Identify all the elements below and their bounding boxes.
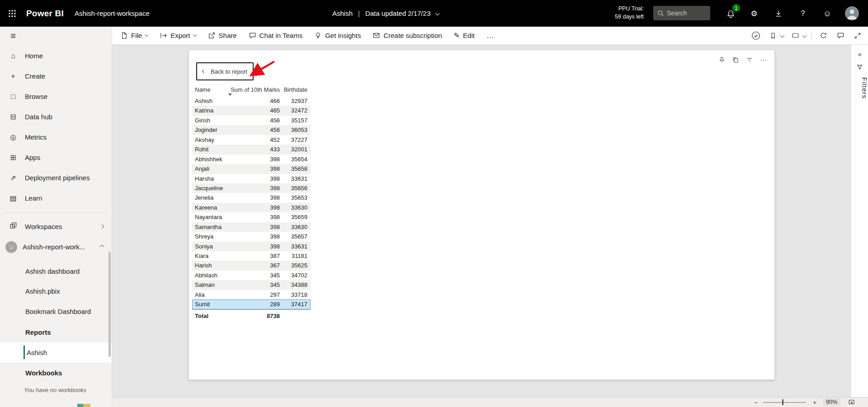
column-header-marks[interactable]: Sum of 10th Marks <box>229 84 280 96</box>
sync-icon[interactable] <box>750 30 762 42</box>
column-header-birthdate[interactable]: Birthdate <box>280 84 310 96</box>
hamburger-menu-icon[interactable]: ≡ <box>6 29 20 42</box>
fit-to-page-icon[interactable] <box>848 399 855 407</box>
bookmark-icon <box>767 30 779 42</box>
sidebar-item-report-ashish[interactable]: Ashish <box>0 342 112 362</box>
table-row[interactable]: Harish 367 35625 <box>192 261 311 270</box>
table-row[interactable]: Samantha 398 33630 <box>192 222 311 232</box>
workspace-child-item[interactable]: Ashish dashboard <box>0 261 112 281</box>
table-row[interactable]: Jenelia 398 35653 <box>192 193 311 202</box>
sidebar-item-current-workspace[interactable]: Ashish-report-work... <box>0 237 112 257</box>
account-avatar[interactable] <box>845 6 859 20</box>
table-row[interactable]: Joginder 456 36053 <box>192 125 311 135</box>
cell-marks: 452 <box>229 135 280 145</box>
sidebar-item[interactable]: ⊟ Data hub <box>0 107 112 127</box>
sidebar-item[interactable]: ⇗ Deployment pipelines <box>0 168 112 188</box>
sidebar-item[interactable]: ⌂ Home <box>0 46 112 66</box>
cell-birthdate: 35658 <box>280 164 310 173</box>
get-insights-button[interactable]: Get insights <box>314 32 361 39</box>
topbar-workspace-name[interactable]: Ashish-report-workspace <box>75 9 150 17</box>
file-menu-button[interactable]: File <box>120 32 148 39</box>
cell-birthdate: 31181 <box>280 251 310 261</box>
table-row[interactable]: Jacqueline 398 35656 <box>192 183 311 193</box>
feedback-smiley-icon[interactable]: ☺ <box>821 7 834 20</box>
powerbi-brand[interactable]: Power BI <box>26 9 64 19</box>
pin-visual-icon[interactable] <box>718 56 725 64</box>
zoom-in-button[interactable]: + <box>811 398 818 407</box>
zoom-level-value[interactable]: 90% <box>823 398 840 406</box>
table-row[interactable]: Ashish 466 32937 <box>192 96 311 106</box>
filter-visual-icon[interactable] <box>746 56 753 64</box>
table-row[interactable]: Alia 297 33718 <box>192 290 311 299</box>
copy-visual-icon[interactable] <box>732 56 739 64</box>
column-header-name[interactable]: Name <box>192 84 229 96</box>
topbar-report-title: Ashish <box>332 9 353 17</box>
bookmarks-control[interactable] <box>767 30 784 42</box>
table-row[interactable]: Sumit 289 37417 <box>192 299 311 309</box>
back-to-report-button[interactable]: Back to report <box>196 62 254 80</box>
cell-birthdate: 34702 <box>280 271 310 280</box>
table-row[interactable]: Akshay 452 37227 <box>192 135 311 145</box>
search-input[interactable] <box>667 9 706 17</box>
zoom-out-button[interactable]: − <box>752 398 760 407</box>
settings-gear-icon[interactable]: ⚙ <box>747 7 761 20</box>
zoom-slider-track[interactable] <box>763 402 806 403</box>
workspace-child-item[interactable]: Bookmark Dashboard <box>0 301 112 322</box>
share-icon <box>208 32 216 39</box>
sidebar-item[interactable]: + Create <box>0 66 112 86</box>
visual-more-options-icon[interactable]: ⋯ <box>760 56 767 64</box>
table-row[interactable]: Rohit 433 32001 <box>192 145 311 154</box>
help-icon[interactable]: ? <box>796 7 810 20</box>
edit-button[interactable]: ✎ Edit <box>454 31 475 40</box>
view-control[interactable] <box>789 30 806 42</box>
expand-icon[interactable] <box>852 30 863 42</box>
sidebar-item[interactable]: ◎ Metrics <box>0 127 112 147</box>
table-row[interactable]: Girish 456 35157 <box>192 116 311 125</box>
chat-in-teams-button[interactable]: Chat in Teams <box>249 32 303 39</box>
download-icon[interactable] <box>772 7 785 20</box>
table-row[interactable]: Salman 345 34388 <box>192 280 311 290</box>
table-row[interactable]: Anjali 398 35658 <box>192 164 311 173</box>
sidebar-section-workbooks[interactable]: Workbooks <box>0 363 112 383</box>
sidebar-item[interactable]: □ Browse <box>0 86 112 107</box>
sidebar-item[interactable]: ⊞ Apps <box>0 147 112 168</box>
filters-pane-label[interactable]: Filters <box>851 77 868 99</box>
table-row[interactable]: Soniya 398 33631 <box>192 242 311 251</box>
comments-icon[interactable] <box>835 30 846 42</box>
sidebar-section-reports[interactable]: Reports <box>0 322 112 342</box>
create-icon: + <box>8 72 18 80</box>
global-search[interactable] <box>653 6 710 20</box>
create-subscription-button[interactable]: Create subscription <box>373 32 442 39</box>
table-row[interactable]: Nayantara 398 35659 <box>192 212 311 222</box>
app-launcher-waffle-icon[interactable] <box>5 7 19 20</box>
chevron-down-icon <box>193 33 196 37</box>
sidebar-scrollbar[interactable] <box>108 252 111 357</box>
table-row[interactable]: Shreya 398 35657 <box>192 232 311 241</box>
share-button[interactable]: Share <box>208 32 237 39</box>
more-options-button[interactable]: … <box>486 31 495 40</box>
expand-filters-icon[interactable]: « <box>851 48 868 59</box>
table-row[interactable]: Katrina 465 32472 <box>192 106 311 115</box>
cell-name: Jacqueline <box>192 183 229 193</box>
cell-marks: 398 <box>229 174 280 183</box>
cell-marks: 387 <box>229 251 280 261</box>
subscription-label: Create subscription <box>383 32 442 39</box>
workbooks-header-label: Workbooks <box>25 369 62 377</box>
table-row[interactable]: Kiara 387 31181 <box>192 251 311 261</box>
sidebar-item[interactable]: ▤ Learn <box>0 188 112 208</box>
toolbar-right-group <box>750 27 863 44</box>
table-total-row: Total 8738 <box>192 309 311 322</box>
report-title-dropdown[interactable]: Ashish | Data updated 2/17/23 <box>332 0 439 27</box>
refresh-icon[interactable] <box>817 30 829 42</box>
cell-marks: 398 <box>229 193 280 202</box>
table-row[interactable]: Kareena 398 33630 <box>192 203 311 212</box>
table-row[interactable]: Harsha 398 33631 <box>192 174 311 183</box>
cell-birthdate: 33630 <box>280 222 310 232</box>
export-menu-button[interactable]: Export <box>160 32 196 39</box>
zoom-slider-handle[interactable] <box>782 399 783 405</box>
lightbulb-icon <box>314 32 322 39</box>
table-row[interactable]: Abhilash 345 34702 <box>192 271 311 280</box>
sidebar-item-workspaces[interactable]: Workspaces <box>0 216 112 236</box>
table-row[interactable]: Abhishhek 398 35654 <box>192 154 311 164</box>
workspace-child-item[interactable]: Ashish.pbix <box>0 281 112 302</box>
